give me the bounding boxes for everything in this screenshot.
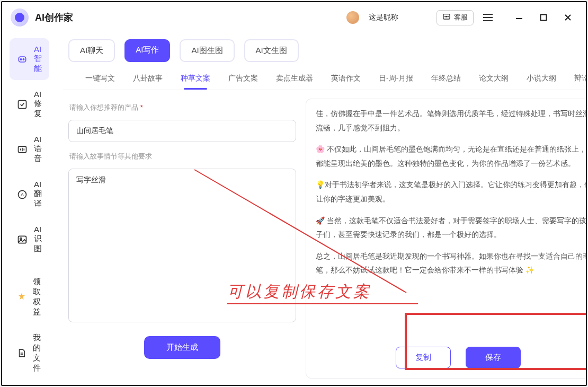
sub-tabs: 一键写文 八卦故事 种草文案 广告文案 卖点生成器 英语作文 日-周-月报 年终…	[63, 67, 586, 90]
close-button[interactable]	[562, 11, 574, 24]
sidebar: AI智能 AI修复 AI语音 A AI翻译 AI识图 领取权益	[2, 33, 57, 385]
sub-tab-english[interactable]: 英语作文	[330, 71, 362, 90]
extra-label: 请输入故事情节等其他要求	[69, 152, 296, 161]
sub-tab-novel[interactable]: 小说大纲	[525, 71, 557, 90]
sidebar-item-image[interactable]: AI识图	[10, 218, 49, 260]
svg-text:A: A	[21, 192, 24, 197]
sidebar-item-label: AI智能	[34, 45, 42, 74]
svg-point-13	[23, 58, 24, 59]
generate-button[interactable]: 开始生成	[144, 336, 220, 359]
sub-tab-seeding[interactable]: 种草文案	[180, 71, 211, 90]
svg-point-22	[20, 238, 22, 239]
translate-icon: A	[17, 189, 28, 200]
voice-icon	[17, 144, 28, 155]
sub-tab-annual[interactable]: 年终总结	[430, 71, 462, 90]
output-paragraph: 总之，山间居毛笔是我近期发现的一个书写神器。如果你也在寻找一支适合自己的毛笔，那…	[316, 249, 586, 277]
required-star: *	[140, 103, 143, 111]
tab-ai-img2img[interactable]: AI图生图	[180, 39, 234, 62]
minimize-button[interactable]	[513, 11, 525, 24]
save-button[interactable]: 保存	[466, 347, 521, 368]
tab-ai-write[interactable]: AI写作	[124, 39, 170, 62]
output-text[interactable]: 佳，仿佛握在手中是一件艺术品。笔锋则选用优质羊毛，经过特殊处理，书写时丝滑流畅，…	[316, 101, 586, 339]
hamburger-menu[interactable]	[480, 10, 496, 25]
sub-tab-debate[interactable]: 辩论稿	[573, 71, 586, 90]
product-label: 请输入你想推荐的产品 *	[69, 103, 296, 112]
svg-rect-14	[19, 100, 26, 108]
svg-point-1	[445, 16, 446, 16]
sub-tab-thesis[interactable]: 论文大纲	[478, 71, 510, 90]
output-paragraph: 🌸 不仅如此，山间居毛笔的墨色饱满而均匀，无论是在宣纸还是在普通的纸张上，都能呈…	[316, 142, 586, 170]
repair-icon	[17, 99, 28, 110]
sidebar-item-repair[interactable]: AI修复	[10, 83, 49, 125]
image-icon	[17, 234, 28, 245]
output-paragraph: 佳，仿佛握在手中是一件艺术品。笔锋则选用优质羊毛，经过特殊处理，书写时丝滑流畅，…	[316, 107, 586, 135]
file-icon	[17, 348, 26, 358]
ai-icon	[17, 54, 28, 65]
svg-point-2	[446, 16, 447, 16]
sidebar-item-files[interactable]: 我的文件	[10, 327, 49, 380]
sub-tab-gossip[interactable]: 八卦故事	[132, 71, 164, 90]
top-tabs: AI聊天 AI写作 AI图生图 AI文生图	[63, 36, 586, 67]
chat-icon	[442, 13, 451, 23]
sub-tab-report[interactable]: 日-周-月报	[378, 71, 414, 90]
app-logo	[11, 8, 29, 27]
sidebar-item-ai-smart[interactable]: AI智能	[10, 38, 49, 80]
tab-ai-chat[interactable]: AI聊天	[68, 39, 115, 62]
copy-button[interactable]: 复制	[396, 347, 451, 368]
sidebar-item-label: AI语音	[34, 135, 42, 164]
sidebar-item-label: AI识图	[34, 225, 42, 254]
product-input[interactable]	[68, 120, 296, 142]
output-paragraph: 🚀 当然，这款毛笔不仅适合书法爱好者，对于需要签字的职场人士、需要写字的孩子们，…	[316, 214, 586, 242]
avatar[interactable]	[346, 11, 359, 24]
svg-point-3	[448, 16, 448, 16]
svg-point-12	[20, 58, 21, 59]
nickname: 这是昵称	[369, 13, 398, 22]
sub-tab-ad[interactable]: 广告文案	[227, 71, 259, 90]
svg-rect-11	[19, 57, 25, 62]
sidebar-item-voice[interactable]: AI语音	[10, 128, 49, 170]
sub-tab-quickwrite[interactable]: 一键写文	[84, 71, 116, 90]
benefit-icon	[17, 292, 26, 302]
sidebar-item-label: AI修复	[34, 90, 42, 119]
tab-ai-txt2img[interactable]: AI文生图	[244, 39, 299, 62]
support-button[interactable]: 客服	[436, 10, 474, 25]
sidebar-item-benefits[interactable]: 领取权益	[10, 270, 49, 323]
output-paragraph: 💡对于书法初学者来说，这支笔是极好的入门选择。它让你的练习变得更加有趣，也让你的…	[316, 178, 586, 206]
sub-tab-selling[interactable]: 卖点生成器	[275, 71, 314, 90]
app-title: AI创作家	[35, 11, 73, 24]
svg-rect-8	[541, 15, 547, 21]
extra-textarea[interactable]	[68, 169, 296, 322]
sidebar-item-translate[interactable]: A AI翻译	[10, 173, 49, 215]
sidebar-item-label: 我的文件	[33, 333, 42, 373]
sidebar-item-label: AI翻译	[34, 180, 42, 209]
maximize-button[interactable]	[537, 11, 550, 24]
support-label: 客服	[454, 13, 468, 22]
sidebar-item-label: 领取权益	[33, 277, 42, 317]
output-panel: 佳，仿佛握在手中是一件艺术品。笔锋则选用优质羊毛，经过特殊处理，书写时丝滑流畅，…	[306, 99, 586, 379]
